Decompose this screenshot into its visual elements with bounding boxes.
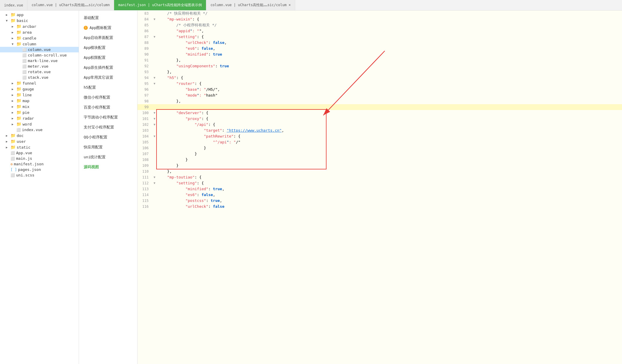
config-app-other[interactable]: App常用其它设置: [79, 73, 137, 83]
vue-file-icon: ⬜: [22, 59, 27, 63]
tab-column-vue2[interactable]: column.vue | uCharts高性能……sic/colum ×: [206, 0, 295, 10]
config-app-icon[interactable]: ! App图标配置: [79, 23, 137, 33]
config-basic[interactable]: 基础配置: [79, 13, 137, 23]
line-number: 106: [138, 145, 152, 151]
sidebar-item-column[interactable]: ▼ 📁 column: [0, 41, 79, 47]
editor-line-102: 102▼ "/api": {: [138, 122, 622, 128]
sidebar-item-funnel[interactable]: ▶ 📁 funnel: [0, 80, 79, 86]
collapse-arrow: ▼: [12, 42, 16, 46]
sidebar-item-line[interactable]: ▶ 📁 line: [0, 92, 79, 98]
editor-line-96: 96 "base": "/H5/",: [138, 87, 622, 92]
sidebar-item-pie[interactable]: ▶ 📁 pie: [0, 109, 79, 115]
collapse-arrow: ▶: [12, 111, 16, 114]
sidebar-item-column-vue[interactable]: ⬜ column.vue: [0, 47, 79, 52]
line-content: "h5": {: [157, 75, 622, 81]
sidebar-item-label: doc: [17, 133, 23, 138]
folder-icon: 📁: [11, 12, 16, 17]
line-number: 109: [138, 163, 152, 169]
sidebar-item-label: App.vue: [16, 151, 32, 155]
fold-button[interactable]: ▼: [152, 133, 157, 139]
line-content: "devServer": {: [157, 110, 622, 116]
sidebar-item-pages-json[interactable]: [ ] pages.json: [0, 167, 79, 172]
fold-button[interactable]: ▼: [152, 75, 157, 81]
sidebar-item-static[interactable]: ▶ 📁 static: [0, 144, 79, 150]
collapse-arrow: ▶: [6, 140, 11, 143]
config-bytedance[interactable]: 字节跳动小程序配置: [79, 112, 137, 122]
line-number: 103: [138, 128, 152, 133]
sidebar-item-doc[interactable]: ▶ 📁 doc: [0, 133, 79, 138]
tab-label: manifest.json | uCharts高性能跨全端图表示例: [118, 3, 202, 8]
editor-line-92: 92 "usingComponents": true: [138, 63, 622, 69]
sidebar-item-meter[interactable]: ⬜ meter.vue: [0, 63, 79, 69]
sidebar-item-candle[interactable]: ▶ 📁 candle: [0, 35, 79, 41]
collapse-arrow: ▼: [6, 19, 11, 22]
config-alipay[interactable]: 支付宝小程序配置: [79, 122, 137, 132]
sidebar-item-stack[interactable]: ⬜ stack.vue: [0, 75, 79, 80]
sidebar-item-word[interactable]: ▶ 📁 word: [0, 121, 79, 127]
config-label: App图标配置: [90, 25, 111, 30]
tab-index-vue[interactable]: index.vue: [0, 0, 28, 10]
fold-button[interactable]: ▼: [152, 174, 157, 180]
fold-button[interactable]: ▼: [152, 34, 157, 40]
sidebar-item-rotate[interactable]: ⬜ rotate.vue: [0, 69, 79, 75]
sidebar-item-index-vue[interactable]: ⬜ index.vue: [0, 127, 79, 133]
sidebar-item-mark-line[interactable]: ⬜ mark-line.vue: [0, 58, 79, 63]
fold-button[interactable]: ▼: [152, 122, 157, 128]
collapse-arrow: ▶: [6, 13, 11, 16]
sidebar-item-radar[interactable]: ▶ 📁 radar: [0, 115, 79, 121]
editor-line-89: 89 "es6": false,: [138, 46, 622, 51]
config-app-launch[interactable]: App启动界面配置: [79, 33, 137, 43]
vue-file-icon: ⬜: [22, 64, 27, 68]
tab-column-vue[interactable]: column.vue | uCharts高性能……sic/column: [28, 0, 114, 10]
editor-line-98: 98 },: [138, 98, 622, 104]
sidebar-item-user[interactable]: ▶ 📁 user: [0, 138, 79, 144]
config-app-plugin[interactable]: App原生插件配置: [79, 63, 137, 73]
sidebar-item-label: map: [23, 99, 29, 103]
config-h5[interactable]: h5配置: [79, 83, 137, 92]
sidebar-item-area[interactable]: ▶ 📁 area: [0, 29, 79, 35]
tab-label: index.vue: [4, 3, 23, 7]
tab-manifest-json[interactable]: manifest.json | uCharts高性能跨全端图表示例: [114, 0, 206, 10]
sidebar-item-basic[interactable]: ▼ 📁 basic: [0, 18, 79, 23]
editor-line-90: 90 "minified": true: [138, 51, 622, 57]
sidebar-item-label: candle: [23, 36, 36, 40]
sidebar-item-manifest-json[interactable]: ⚙ manifest.json: [0, 161, 79, 167]
sidebar-item-arcbar[interactable]: ▶ 📁 arcbar: [0, 23, 79, 29]
config-uni-stats[interactable]: uni统计配置: [79, 152, 137, 162]
sidebar-item-mix[interactable]: ▶ 📁 mix: [0, 104, 79, 109]
line-number: 93: [138, 69, 152, 75]
editor-line-116: 116 "urlCheck": false: [138, 204, 622, 210]
line-number: 96: [138, 87, 152, 92]
collapse-arrow: ▶: [12, 123, 16, 126]
fold-button[interactable]: ▼: [152, 81, 157, 87]
config-source-view[interactable]: 源码视图: [79, 162, 137, 172]
editor-line-94: 94▼ "h5": {: [138, 75, 622, 81]
fold-button[interactable]: ▼: [152, 180, 157, 186]
config-quick-app[interactable]: 快应用配置: [79, 142, 137, 152]
line-content: },: [157, 169, 622, 174]
sidebar-item-column-scroll[interactable]: ⬜ column-scroll.vue: [0, 52, 79, 58]
fold-button[interactable]: ▼: [152, 16, 157, 22]
config-qq[interactable]: QQ小程序配置: [79, 132, 137, 142]
config-app-module[interactable]: App模块配置: [79, 43, 137, 53]
sidebar-item-main-js[interactable]: ⬜ main.js: [0, 156, 79, 161]
sidebar-item-label: main.js: [16, 156, 32, 161]
sidebar-item-app-vue[interactable]: ⬜ App.vue: [0, 150, 79, 156]
fold-button[interactable]: ▼: [152, 110, 157, 116]
sidebar-item-map[interactable]: ▶ 📁 map: [0, 98, 79, 104]
json-bracket-icon: [ ]: [11, 168, 17, 172]
sidebar-item-uni-scss[interactable]: ⬜ uni.scss: [0, 172, 79, 178]
folder-icon: 📁: [16, 24, 21, 29]
line-content: },: [157, 69, 622, 75]
folder-icon: 📁: [11, 139, 16, 144]
tab-bar: index.vue column.vue | uCharts高性能……sic/c…: [0, 0, 622, 11]
sidebar-item-app[interactable]: ▶ 📁 app: [0, 12, 79, 18]
config-baidu[interactable]: 百度小程序配置: [79, 102, 137, 112]
fold-button[interactable]: ▼: [152, 116, 157, 122]
sidebar-item-gauge[interactable]: ▶ 📁 gauge: [0, 86, 79, 92]
line-content: "urlCheck": false,: [157, 40, 622, 46]
line-content: "es6": false,: [157, 192, 622, 198]
config-app-permission[interactable]: App权限配置: [79, 53, 137, 63]
config-weixin[interactable]: 微信小程序配置: [79, 92, 137, 102]
line-number: 85: [138, 22, 152, 28]
